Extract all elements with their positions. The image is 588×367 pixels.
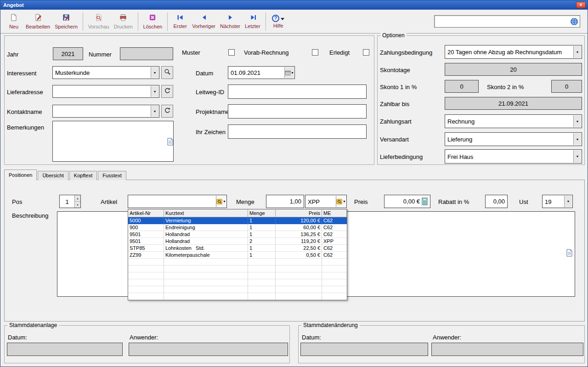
pos-spinner[interactable]: 1 xyxy=(59,195,81,208)
zahlungsart-combobox[interactable]: Rechnung xyxy=(445,114,582,128)
vorheriger-button[interactable]: Vorheriger xyxy=(190,11,218,32)
next-record-icon xyxy=(227,14,233,23)
nummer-field xyxy=(120,47,173,60)
calculator-icon[interactable] xyxy=(422,198,428,207)
preview-icon xyxy=(95,14,102,23)
refresh-icon xyxy=(164,107,171,116)
grid-header-menge: Menge xyxy=(248,209,276,217)
grid-row[interactable]: 9501 Hollandrad 1 136,25 € C62 xyxy=(128,231,347,238)
calendar-icon[interactable] xyxy=(284,67,294,78)
lieferbedingung-combobox[interactable]: Frei Haus xyxy=(445,149,582,164)
save-icon xyxy=(62,14,70,23)
chevron-down-icon[interactable] xyxy=(573,46,581,58)
spin-down-icon[interactable] xyxy=(75,202,80,208)
tab-uebersicht[interactable]: Übersicht xyxy=(38,171,68,180)
ust-combobox[interactable]: 19 xyxy=(542,195,573,208)
refresh-icon xyxy=(164,87,171,96)
chevron-down-icon[interactable] xyxy=(151,67,158,78)
toolbar-search-input[interactable] xyxy=(435,16,570,27)
bemerkungen-textarea[interactable] xyxy=(52,121,174,162)
grid-row[interactable]: 900 Endreinigung 1 60,00 € C62 xyxy=(128,224,347,231)
grid-empty-row xyxy=(128,265,347,272)
lieferadresse-refresh-button[interactable] xyxy=(161,85,173,98)
projektname-field[interactable] xyxy=(228,104,367,119)
letzter-button[interactable]: Letzter xyxy=(243,11,263,32)
beschreibung-zoom-button[interactable] xyxy=(566,249,572,259)
nummer-label: Nummer xyxy=(89,51,112,58)
tab-positionen[interactable]: Positionen xyxy=(4,169,37,180)
spin-up-icon[interactable] xyxy=(75,195,80,202)
chevron-down-icon[interactable] xyxy=(573,133,581,145)
ihr-zeichen-field[interactable] xyxy=(228,124,367,139)
artikel-label: Artikel xyxy=(101,198,117,205)
tab-kopftext[interactable]: Kopftext xyxy=(69,171,97,180)
grid-header-artikel-nr: Artikel-Nr xyxy=(128,209,164,217)
zahlbar-bis-label: Zahlbar bis xyxy=(380,101,409,107)
interessent-value: Musterkunde xyxy=(55,69,90,76)
muster-checkbox[interactable] xyxy=(228,49,235,56)
vorab-rechnung-checkbox[interactable] xyxy=(312,49,318,56)
spinner-buttons xyxy=(74,195,80,208)
naechster-button[interactable]: Nächster xyxy=(218,11,243,32)
zahlungsbedingung-label: Zahlungsbedingung xyxy=(380,49,432,56)
globe-search-icon[interactable] xyxy=(570,17,578,26)
lieferadresse-combobox[interactable] xyxy=(52,85,159,98)
first-record-icon xyxy=(177,14,183,23)
grid-empty-row xyxy=(128,259,347,265)
window-title: Angebot xyxy=(3,2,24,8)
ust-label: Ust xyxy=(519,198,528,205)
tab-bar: Positionen Übersicht Kopftext Fusstext xyxy=(4,169,127,180)
toolbar-separator xyxy=(167,12,168,31)
bearbeiten-button[interactable]: Bearbeiten xyxy=(23,11,52,32)
chevron-down-icon xyxy=(281,18,284,20)
bemerkungen-zoom-button[interactable] xyxy=(167,138,173,147)
kontaktname-combobox[interactable] xyxy=(52,105,159,118)
letzter-label: Letzter xyxy=(245,23,260,29)
zahlungsbedingung-combobox[interactable]: 20 Tagen ohne Abzug ab Rechnungsdatum xyxy=(445,45,582,59)
hilfe-button[interactable]: ? Hilfe xyxy=(269,11,288,32)
naechster-label: Nächster xyxy=(220,23,240,29)
erledigt-checkbox[interactable] xyxy=(363,49,369,56)
chevron-down-icon[interactable] xyxy=(573,115,581,127)
skontotage-field: 20 xyxy=(445,63,582,76)
artikel-lookup-button[interactable] xyxy=(216,196,226,207)
close-button[interactable]: × xyxy=(576,2,586,8)
toolbar: Neu Bearbeiten Speichern Vorschau Drucke… xyxy=(0,10,588,34)
einheit-lookup-button[interactable] xyxy=(336,196,346,207)
lieferadresse-label: Lieferadresse xyxy=(7,89,43,96)
einheit-value: XPP xyxy=(308,198,320,205)
versandart-value: Lieferung xyxy=(447,136,472,143)
stammdatenaenderung-title: Stammdatenänderung xyxy=(301,322,360,328)
pos-label: Pos xyxy=(12,198,22,205)
preis-label: Preis xyxy=(354,198,368,205)
kontaktname-refresh-button[interactable] xyxy=(161,105,173,118)
chevron-down-icon[interactable] xyxy=(151,106,158,117)
grid-row[interactable]: 9501 Hollandrad 2 119,20 € XPP xyxy=(128,238,347,245)
artikel-combobox[interactable] xyxy=(128,195,227,208)
chevron-down-icon[interactable] xyxy=(564,196,572,207)
chevron-down-icon[interactable] xyxy=(151,86,158,97)
rabatt-field[interactable]: 0,00 xyxy=(485,195,508,208)
loeschen-button[interactable]: Löschen xyxy=(141,11,165,32)
neu-button[interactable]: Neu xyxy=(4,11,23,32)
leitweg-id-label: Leitweg-ID xyxy=(196,89,224,96)
interessent-combobox[interactable]: Musterkunde xyxy=(52,66,159,79)
drucken-button: Drucken xyxy=(112,11,135,32)
aenderung-anwender-label: Anwender: xyxy=(433,334,461,341)
einheit-combobox[interactable]: XPP xyxy=(305,195,347,208)
versandart-combobox[interactable]: Lieferung xyxy=(445,132,582,146)
grid-header-preis: Preis xyxy=(276,209,322,217)
grid-row[interactable]: STP85 Lohnkosten Std. 1 22,50 € C62 xyxy=(128,245,347,252)
grid-row[interactable]: ZZ99 Kilometerpauschale 1 0,50 € C62 xyxy=(128,252,347,259)
speichern-button[interactable]: Speichern xyxy=(52,11,80,32)
erster-button[interactable]: Erster xyxy=(170,11,190,32)
tab-fusstext[interactable]: Fusstext xyxy=(98,171,126,180)
menge-field[interactable]: 1,00 xyxy=(266,195,304,208)
chevron-down-icon[interactable] xyxy=(573,150,581,163)
leitweg-id-field[interactable] xyxy=(228,85,367,99)
datum-field[interactable]: 01.09.2021 xyxy=(228,66,295,79)
ihr-zeichen-label: Ihr Zeichen xyxy=(196,129,226,136)
grid-row-selected[interactable]: 5000 Vermietung 1 120,00 € C62 xyxy=(128,217,347,224)
search-box xyxy=(434,15,580,28)
interessent-search-button[interactable] xyxy=(161,66,173,79)
